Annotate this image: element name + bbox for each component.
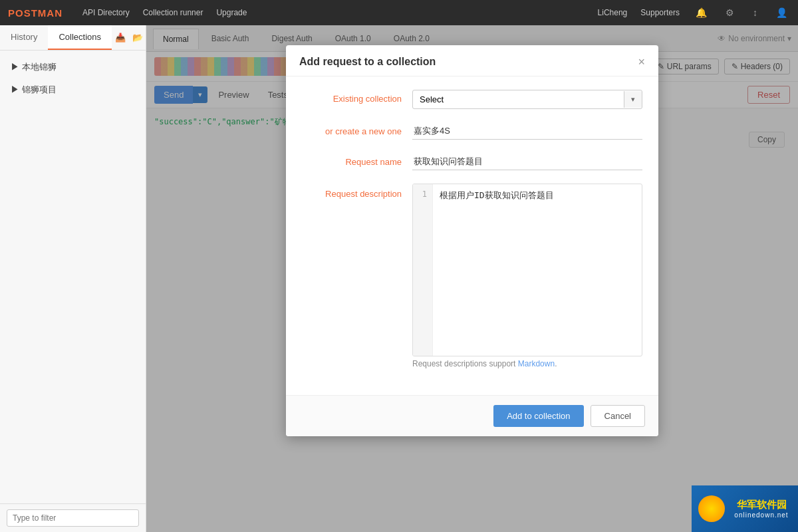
line-numbers: 1 bbox=[413, 184, 433, 356]
markdown-link[interactable]: Markdown bbox=[518, 359, 555, 368]
collection-select-wrap: Select ▾ bbox=[412, 90, 642, 109]
sidebar-tab-history[interactable]: History bbox=[0, 25, 48, 50]
main-layout: History Collections 📥 📂 ▶ 本地锦狮 ▶ 锦狮项目 No… bbox=[0, 25, 798, 532]
request-description-row: Request description 1 根据用户ID获取知识问答题目 bbox=[302, 184, 642, 368]
user-icon[interactable]: 👤 bbox=[773, 7, 790, 18]
collection-select[interactable]: Select bbox=[413, 90, 624, 108]
markdown-note: Request descriptions support Markdown. bbox=[412, 359, 642, 368]
sync-icon[interactable]: ↕ bbox=[750, 7, 760, 18]
supporters-link[interactable]: Supporters bbox=[640, 8, 680, 17]
markdown-note-prefix: Request descriptions support bbox=[412, 359, 518, 368]
sidebar-item-1-label: ▶ 本地锦狮 bbox=[11, 61, 57, 73]
line-number-1: 1 bbox=[422, 190, 427, 199]
main-content: Normal Basic Auth Digest Auth OAuth 1.0 … bbox=[146, 25, 798, 532]
existing-collection-label: Existing collection bbox=[302, 90, 402, 104]
request-name-input[interactable] bbox=[412, 153, 642, 170]
sidebar-item-1[interactable]: ▶ 本地锦狮 bbox=[0, 56, 146, 78]
create-collection-icon[interactable]: 📂 bbox=[129, 30, 146, 45]
select-arrow-icon: ▾ bbox=[624, 91, 642, 108]
sidebar-content: ▶ 本地锦狮 ▶ 锦狮项目 bbox=[0, 51, 146, 503]
watermark-text2: onlinedown.net bbox=[734, 511, 788, 519]
request-description-control: 1 根据用户ID获取知识问答题目 Request descriptions su… bbox=[412, 184, 642, 368]
filter-input[interactable] bbox=[7, 509, 139, 527]
new-collection-label: or create a new one bbox=[302, 122, 402, 136]
add-to-collection-confirm-button[interactable]: Add to collection bbox=[493, 405, 583, 427]
dialog-footer: Add to collection Cancel bbox=[286, 395, 658, 436]
sidebar: History Collections 📥 📂 ▶ 本地锦狮 ▶ 锦狮项目 bbox=[0, 25, 146, 532]
watermark-text1: 华军软件园 bbox=[734, 499, 788, 511]
new-collection-control bbox=[412, 122, 642, 140]
request-name-control bbox=[412, 153, 642, 170]
new-collection-input[interactable] bbox=[412, 122, 642, 140]
watermark: 华军软件园 onlinedown.net bbox=[692, 485, 798, 532]
dialog-header: Add request to a collection × bbox=[286, 45, 658, 76]
settings-icon[interactable]: ⚙ bbox=[723, 7, 737, 18]
existing-collection-control: Select ▾ bbox=[412, 90, 642, 109]
new-collection-row: or create a new one bbox=[302, 122, 642, 140]
description-textarea[interactable]: 根据用户ID获取知识问答题目 bbox=[433, 184, 642, 356]
description-content: 根据用户ID获取知识问答题目 bbox=[440, 190, 554, 200]
sidebar-tabs-row: History Collections 📥 📂 bbox=[0, 25, 146, 51]
dialog-overlay: Add request to a collection × Existing c… bbox=[146, 25, 798, 532]
request-description-label: Request description bbox=[302, 184, 402, 199]
user-name: LiCheng bbox=[598, 8, 628, 17]
dialog-body: Existing collection Select ▾ o bbox=[286, 76, 658, 395]
sidebar-filter bbox=[0, 503, 146, 532]
sidebar-item-2[interactable]: ▶ 锦狮项目 bbox=[0, 78, 146, 101]
dialog-close-button[interactable]: × bbox=[638, 56, 645, 68]
top-nav: POSTMAN API Directory Collection runner … bbox=[0, 0, 798, 25]
cancel-button[interactable]: Cancel bbox=[591, 405, 645, 427]
bell-icon[interactable]: 🔔 bbox=[693, 7, 710, 18]
nav-api-directory[interactable]: API Directory bbox=[82, 8, 130, 17]
watermark-logo bbox=[698, 495, 725, 522]
existing-collection-row: Existing collection Select ▾ bbox=[302, 90, 642, 109]
add-collection-dialog: Add request to a collection × Existing c… bbox=[286, 45, 658, 436]
sidebar-tab-collections[interactable]: Collections bbox=[48, 25, 112, 50]
request-name-row: Request name bbox=[302, 153, 642, 170]
request-name-label: Request name bbox=[302, 153, 402, 167]
sidebar-item-2-label: ▶ 锦狮项目 bbox=[11, 84, 57, 96]
markdown-note-suffix: . bbox=[555, 359, 557, 368]
nav-upgrade[interactable]: Upgrade bbox=[216, 8, 247, 17]
import-icon[interactable]: 📥 bbox=[112, 30, 129, 45]
code-editor: 1 根据用户ID获取知识问答题目 bbox=[412, 184, 642, 356]
nav-collection-runner[interactable]: Collection runner bbox=[143, 8, 203, 17]
dialog-title: Add request to a collection bbox=[299, 56, 436, 68]
brand-logo: POSTMAN bbox=[8, 7, 63, 19]
